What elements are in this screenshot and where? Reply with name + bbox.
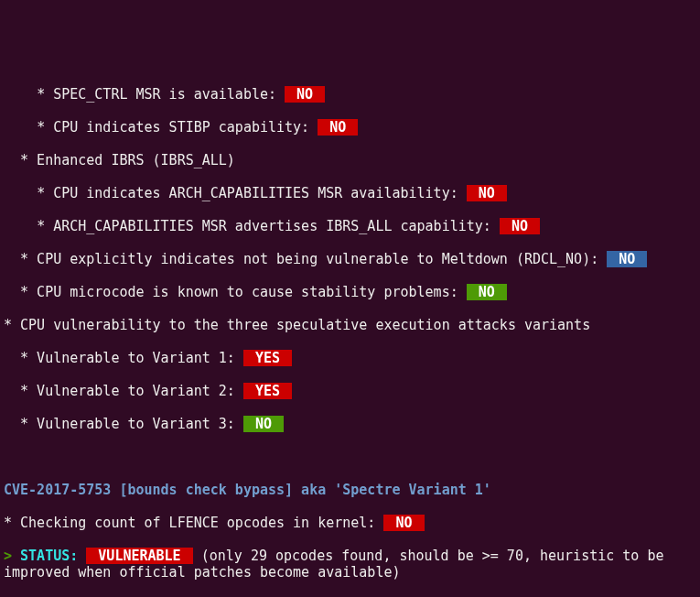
badge-no: NO xyxy=(285,86,325,103)
line: * Enhanced IBRS (IBRS_ALL) xyxy=(4,152,696,168)
line: * CPU vulnerability to the three specula… xyxy=(4,317,696,333)
line: * Vulnerable to Variant 2: YES xyxy=(4,383,696,399)
terminal-output: * SPEC_CTRL MSR is available: NO * CPU i… xyxy=(4,70,696,597)
line: * CPU indicates STIBP capability: NO xyxy=(4,119,696,136)
prompt-indicator: > xyxy=(4,548,20,564)
text: * CPU explicitly indicates not being vul… xyxy=(4,251,607,267)
text: * CPU vulnerability to the three specula… xyxy=(4,317,590,333)
line: * Checking count of LFENCE opcodes in ke… xyxy=(4,515,696,531)
text: * Vulnerable to Variant 2: xyxy=(4,383,243,399)
status-badge-vulnerable: VULNERABLE xyxy=(86,548,192,564)
text: * Enhanced IBRS (IBRS_ALL) xyxy=(4,152,235,168)
badge-yes: YES xyxy=(243,350,292,366)
text: * Checking count of LFENCE opcodes in ke… xyxy=(4,515,383,531)
text: * CPU microcode is known to cause stabil… xyxy=(4,284,467,300)
badge-no: NO xyxy=(500,218,540,234)
line: * Vulnerable to Variant 3: NO xyxy=(4,416,696,432)
text: * CPU indicates ARCH_CAPABILITIES MSR av… xyxy=(4,185,467,201)
badge-no: NO xyxy=(467,284,507,300)
blank-line xyxy=(4,449,696,465)
badge-yes: YES xyxy=(243,383,292,399)
line: * CPU explicitly indicates not being vul… xyxy=(4,251,696,267)
line: * CPU microcode is known to cause stabil… xyxy=(4,284,696,300)
line: * SPEC_CTRL MSR is available: NO xyxy=(4,86,696,103)
line: * CPU indicates ARCH_CAPABILITIES MSR av… xyxy=(4,185,696,201)
badge-no: NO xyxy=(383,515,424,531)
badge-no: NO xyxy=(467,185,507,201)
text: * SPEC_CTRL MSR is available: xyxy=(4,86,285,103)
badge-no: NO xyxy=(318,119,358,136)
text: * Vulnerable to Variant 3: xyxy=(4,416,243,432)
text: * Vulnerable to Variant 1: xyxy=(4,350,243,366)
badge-no: NO xyxy=(243,416,284,432)
status-label: STATUS: xyxy=(20,548,86,564)
text: * CPU indicates STIBP capability: xyxy=(4,119,318,136)
cve-heading: CVE-2017-5753 [bounds check bypass] aka … xyxy=(4,482,696,498)
badge-no: NO xyxy=(607,251,647,267)
text: * ARCH_CAPABILITIES MSR advertises IBRS_… xyxy=(4,218,500,234)
line: * Vulnerable to Variant 1: YES xyxy=(4,350,696,366)
status-line: > STATUS: VULNERABLE (only 29 opcodes fo… xyxy=(4,548,696,581)
line: * ARCH_CAPABILITIES MSR advertises IBRS_… xyxy=(4,218,696,234)
